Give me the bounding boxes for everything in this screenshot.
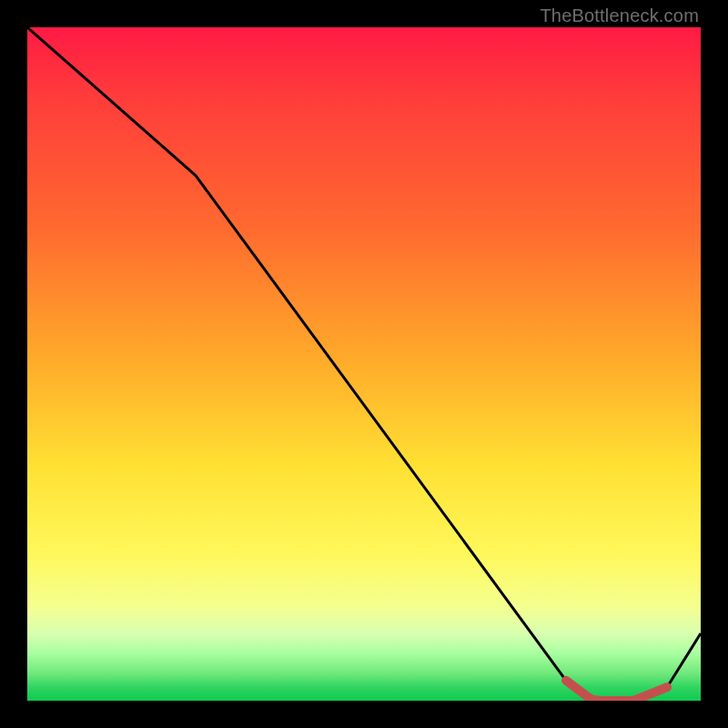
chart-frame: TheBottleneck.com [0,0,728,728]
chart-plot-area [27,27,701,701]
chart-overlay [27,27,701,701]
attribution-label: TheBottleneck.com [540,5,699,26]
chart-line [27,27,701,701]
chart-highlight-band [566,681,667,701]
